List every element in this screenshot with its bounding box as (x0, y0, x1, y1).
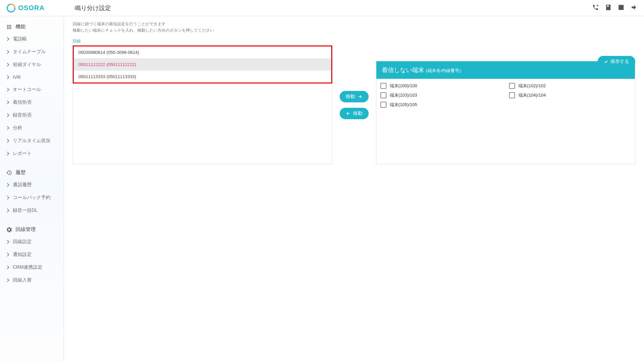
sidebar-item-analytics[interactable]: 分析 (0, 122, 64, 134)
chevron-right-icon (5, 50, 9, 54)
chevron-right-icon (5, 240, 9, 243)
terminal-item[interactable]: 端末(103)/103 (380, 92, 502, 98)
sidebar-item-notify[interactable]: 通知設定 (0, 248, 64, 261)
sidebar-section-title: 履歴 (15, 169, 26, 176)
brand-logo[interactable]: OSORA (7, 4, 44, 12)
sidebar-item-label: 録音拒否 (13, 112, 32, 118)
sidebar-item-lineswap[interactable]: 回線入替 (0, 274, 64, 287)
terminal-checkbox[interactable] (380, 102, 386, 108)
sidebar-item-label: コールバック予約 (13, 195, 50, 201)
terminal-checkbox[interactable] (509, 92, 515, 98)
move-left-button[interactable]: 移動 (340, 108, 369, 119)
terminal-item[interactable]: 端末(105)/105 (380, 102, 502, 108)
chevron-right-icon (5, 278, 9, 282)
terminal-checkbox[interactable] (380, 83, 386, 89)
terminal-label: 端末(100)/100 (390, 83, 417, 89)
sidebar-item-speeddial[interactable]: 短縮ダイヤル (0, 58, 64, 71)
terminal-item[interactable]: 端末(104)/104 (509, 92, 631, 98)
chevron-right-icon (5, 88, 9, 91)
sidebar-section-linemgmt: 回線管理 (0, 224, 64, 235)
save-button-label: 保存する (610, 59, 629, 65)
move-button-label: 移動 (346, 94, 355, 100)
terminal-item[interactable]: 端末(100)/100 (380, 83, 502, 89)
line-select[interactable]: 05030980614 (050-3098-0614) 05011112222 … (73, 45, 332, 84)
sidebar-item-label: 回線設定 (13, 239, 32, 245)
gear-icon (6, 227, 12, 233)
chevron-right-icon (5, 100, 9, 104)
desc-line: 回線に紐づく端末の着信設定を行うことができます (73, 21, 635, 27)
sidebar-item-label: タイムテーブル (13, 49, 46, 55)
sidebar-item-calllog[interactable]: 通話履歴 (0, 178, 64, 191)
sidebar-item-label: CRM連携設定 (13, 264, 42, 270)
apps-icon (6, 24, 12, 30)
terminal-label: 端末(102)/102 (518, 83, 546, 89)
sidebar-item-report[interactable]: レポート (0, 147, 64, 160)
sidebar-item-timetable[interactable]: タイムテーブル (0, 45, 64, 58)
sidebar-item-autocall[interactable]: オートコール (0, 83, 64, 96)
chevron-right-icon (5, 63, 9, 66)
panel-subtitle: (端末名/内線番号) (426, 68, 461, 74)
right-panel-header: 着信しない端末 (端末名/内線番号) (376, 61, 635, 79)
panel-title: 着信しない端末 (382, 66, 424, 74)
chevron-right-icon (5, 152, 9, 155)
sidebar-item-callback[interactable]: コールバック予約 (0, 191, 64, 204)
check-icon (604, 59, 608, 64)
sidebar-item-label: 通話履歴 (13, 182, 32, 188)
page-description: 回線に紐づく端末の着信設定を行うことができます 移動したい端末にチェックを入れ、… (73, 21, 635, 34)
terminal-label: 端末(103)/103 (390, 92, 417, 98)
forward-icon[interactable] (631, 4, 637, 12)
sidebar: 機能 電話帳 タイムテーブル 短縮ダイヤル IVR オートコール 着信拒否 録音… (0, 16, 64, 362)
chevron-right-icon (5, 183, 9, 187)
terminal-checkbox[interactable] (509, 83, 515, 89)
sidebar-item-label: リアルタイム状況 (13, 138, 50, 144)
sidebar-item-label: 回線入替 (13, 277, 32, 283)
chevron-right-icon (5, 75, 9, 79)
chevron-right-icon (5, 126, 9, 130)
sidebar-section-features: 機能 (0, 21, 64, 33)
sidebar-item-blocklist[interactable]: 着信拒否 (0, 96, 64, 109)
logo-icon (5, 2, 18, 14)
terminal-item[interactable]: 端末(102)/102 (509, 83, 631, 89)
sidebar-item-label: 通知設定 (13, 252, 32, 258)
chevron-right-icon (5, 37, 9, 41)
line-option[interactable]: 05011113333 (05011113333) (74, 71, 331, 83)
sidebar-item-phonebook[interactable]: 電話帳 (0, 33, 64, 45)
terminal-checkbox[interactable] (380, 92, 386, 98)
sidebar-item-realtime[interactable]: リアルタイム状況 (0, 134, 64, 147)
chevron-right-icon (5, 265, 9, 269)
sidebar-item-linesettings[interactable]: 回線設定 (0, 235, 64, 248)
account-icon[interactable] (618, 4, 624, 12)
sidebar-item-label: 録音一括DL (13, 207, 38, 213)
history-icon (6, 170, 12, 176)
book-icon[interactable] (605, 4, 612, 12)
chevron-right-icon (5, 196, 9, 199)
line-option[interactable]: 05030980614 (050-3098-0614) (74, 46, 331, 59)
app-header: OSORA 鳴り分け設定 (0, 0, 644, 16)
sidebar-item-label: 短縮ダイヤル (13, 62, 41, 68)
terminal-label: 端末(104)/104 (518, 92, 546, 98)
line-option[interactable]: 05011112222 (05011112222) (74, 59, 331, 71)
sidebar-item-label: 着信拒否 (13, 99, 32, 105)
line-label: 回線 (73, 38, 635, 44)
sidebar-item-label: オートコール (13, 87, 41, 93)
chevron-right-icon (5, 113, 9, 117)
sidebar-item-label: 分析 (13, 125, 22, 131)
save-button[interactable]: 保存する (598, 56, 635, 67)
chevron-right-icon (5, 208, 9, 212)
sidebar-section-title: 回線管理 (15, 226, 36, 233)
desc-line: 移動したい端末にチェックを入れ、移動したい方向のボタンを押してください (73, 27, 635, 34)
sidebar-item-crm[interactable]: CRM連携設定 (0, 261, 64, 274)
sidebar-item-recdl[interactable]: 録音一括DL (0, 204, 64, 217)
brand-name: OSORA (18, 4, 44, 12)
sidebar-section-title: 機能 (15, 24, 26, 30)
page-title: 鳴り分け設定 (75, 4, 111, 12)
move-right-button[interactable]: 移動 (340, 91, 369, 102)
chevron-right-icon (5, 253, 9, 256)
right-panel: 着信しない端末 (端末名/内線番号) 端末(100)/100 端末(102)/1… (376, 61, 636, 164)
sidebar-item-recblock[interactable]: 録音拒否 (0, 109, 64, 122)
content-area: 回線に紐づく端末の着信設定を行うことができます 移動したい端末にチェックを入れ、… (64, 16, 644, 362)
arrow-right-icon (357, 94, 363, 99)
sidebar-item-ivr[interactable]: IVR (0, 71, 64, 83)
phone-settings-icon[interactable] (592, 4, 599, 12)
sidebar-item-label: IVR (13, 74, 21, 80)
